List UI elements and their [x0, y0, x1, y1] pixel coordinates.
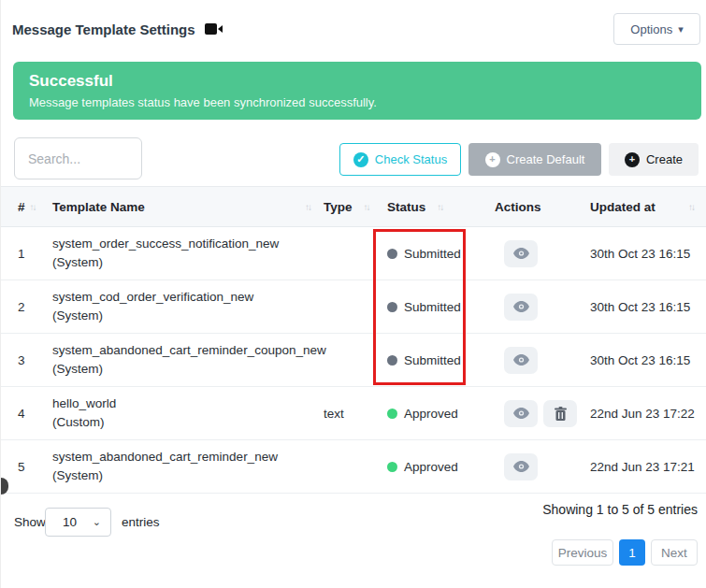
page-title: Message Template Settings	[12, 22, 195, 37]
sort-icon[interactable]: ↑↓	[688, 202, 694, 212]
check-status-label: Check Status	[375, 152, 447, 166]
table-row: 3 system_abandoned_cart_reminder_coupon_…	[1, 334, 706, 387]
options-button[interactable]: Options ▾	[613, 13, 700, 45]
table-row: 4 hello_world (Custom) text Approved 22n…	[1, 387, 706, 440]
entries-label: entries	[122, 515, 160, 529]
view-button[interactable]	[504, 294, 538, 321]
view-button[interactable]	[504, 347, 538, 374]
status-badge: Submitted	[387, 247, 495, 261]
create-button[interactable]: + Create	[609, 143, 699, 176]
updated-at-cell: 22nd Jun 23 17:22	[590, 407, 706, 421]
table-row: 1 system_order_success_notification_new …	[1, 227, 706, 280]
column-header-template-name[interactable]: Template Name ↑↓	[52, 200, 324, 214]
check-circle-icon: ✓	[353, 152, 368, 167]
status-dot	[387, 462, 397, 472]
table-row: 5 system_abandoned_cart_reminder_new (Sy…	[1, 440, 706, 494]
column-header-actions: Actions	[495, 200, 590, 214]
actions-cell	[495, 240, 590, 267]
table-row: 2 system_cod_order_verification_new (Sys…	[1, 280, 706, 334]
delete-button[interactable]	[543, 400, 577, 427]
plus-circle-icon: +	[485, 152, 500, 167]
page-size-select[interactable]: 10 ⌄	[45, 508, 111, 537]
actions-cell	[495, 453, 590, 480]
status-dot	[387, 409, 397, 419]
sort-icon[interactable]: ↑↓	[305, 202, 310, 212]
view-button[interactable]	[504, 240, 538, 267]
column-header-status[interactable]: Status ↑↓	[387, 200, 495, 214]
actions-cell	[495, 294, 590, 321]
pagination-previous-button[interactable]: Previous	[552, 539, 613, 566]
page-size-value: 10	[63, 515, 77, 529]
template-name-cell: system_order_success_notification_new (S…	[52, 235, 324, 272]
column-header-updated-at[interactable]: Updated at ↑↓	[590, 200, 706, 214]
chevron-down-icon: ⌄	[93, 516, 101, 528]
template-name-cell: system_abandoned_cart_reminder_new (Syst…	[52, 448, 324, 485]
column-header-type[interactable]: Type ↑↓	[324, 200, 387, 214]
row-number: 3	[18, 353, 52, 367]
status-badge: Submitted	[387, 300, 495, 314]
create-default-button[interactable]: + Create Default	[468, 143, 601, 176]
check-status-button[interactable]: ✓ Check Status	[339, 143, 461, 176]
success-alert-message: Message templates status have been synch…	[29, 95, 701, 109]
plus-circle-icon: +	[625, 152, 640, 167]
video-camera-icon	[205, 22, 223, 36]
success-alert-title: Successful	[29, 72, 701, 91]
templates-table: # ↑↓ Template Name ↑↓ Type ↑↓ Status ↑↓ …	[1, 186, 706, 494]
updated-at-cell: 30th Oct 23 16:15	[590, 247, 706, 261]
template-name-cell: hello_world (Custom)	[52, 394, 324, 432]
options-button-label: Options	[630, 22, 672, 36]
status-dot	[387, 302, 397, 312]
actions-cell	[495, 347, 590, 374]
status-badge: Approved	[387, 407, 495, 421]
pagination-next-button[interactable]: Next	[651, 539, 698, 566]
status-dot	[387, 355, 397, 366]
create-label: Create	[646, 152, 683, 166]
eye-icon	[513, 301, 529, 312]
type-cell: text	[324, 407, 387, 421]
updated-at-cell: 30th Oct 23 16:15	[590, 353, 706, 367]
message-template-settings-page: Message Template Settings Options ▾ Succ…	[0, 0, 706, 588]
eye-icon	[513, 408, 529, 419]
status-dot	[387, 249, 397, 259]
show-label: Show	[14, 515, 46, 529]
search-input[interactable]	[14, 137, 142, 179]
sort-icon[interactable]: ↑↓	[30, 202, 36, 212]
success-alert: Successful Message templates status have…	[13, 62, 701, 120]
row-number: 4	[18, 407, 52, 421]
status-badge: Approved	[387, 460, 495, 474]
page-header: Message Template Settings	[12, 13, 223, 45]
pagination-page-1-button[interactable]: 1	[619, 539, 645, 566]
sort-icon[interactable]: ↑↓	[364, 202, 369, 212]
create-default-label: Create Default	[507, 152, 585, 166]
actions-cell	[495, 400, 590, 427]
updated-at-cell: 30th Oct 23 16:15	[590, 300, 706, 314]
status-badge: Submitted	[387, 353, 495, 367]
template-name-cell: system_abandoned_cart_reminder_coupon_ne…	[52, 341, 324, 379]
row-number: 1	[18, 247, 52, 261]
column-header-num[interactable]: # ↑↓	[18, 200, 52, 214]
view-button[interactable]	[504, 400, 538, 427]
eye-icon	[513, 461, 529, 472]
trash-icon	[555, 407, 567, 421]
eye-icon	[513, 248, 529, 259]
template-name-cell: system_cod_order_verification_new (Syste…	[52, 288, 324, 325]
showing-entries-text: Showing 1 to 5 of 5 entries	[542, 502, 698, 517]
chevron-down-icon: ▾	[678, 23, 684, 36]
view-button[interactable]	[504, 453, 538, 480]
row-number: 2	[18, 300, 52, 314]
eye-icon	[513, 354, 529, 366]
updated-at-cell: 22nd Jun 23 17:21	[590, 460, 706, 474]
sort-icon[interactable]: ↑↓	[437, 202, 442, 212]
row-number: 5	[18, 460, 52, 474]
table-header-row: # ↑↓ Template Name ↑↓ Type ↑↓ Status ↑↓ …	[1, 186, 706, 227]
